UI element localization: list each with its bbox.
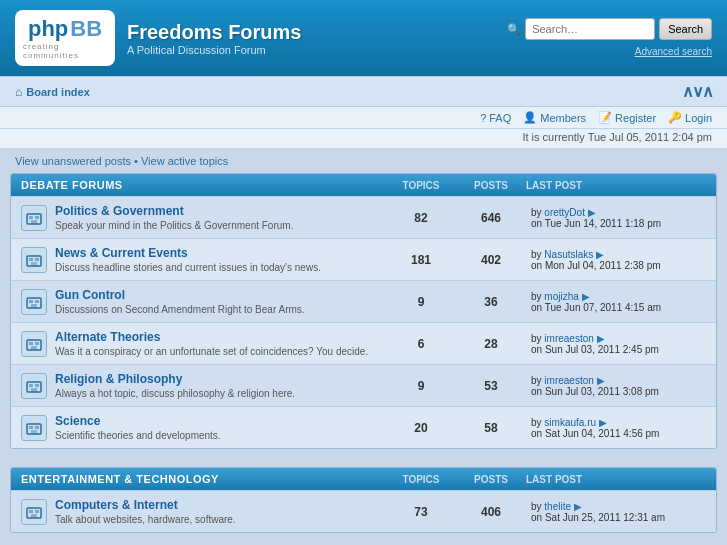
forum-icon bbox=[21, 373, 47, 399]
forum-icon-cell: Science Scientific theories and developm… bbox=[21, 414, 386, 441]
view-unanswered-link[interactable]: View unanswered posts bbox=[15, 155, 131, 167]
last-post-user[interactable]: imreaeston bbox=[544, 375, 593, 386]
last-post-user[interactable]: simkaufa.ru bbox=[544, 417, 596, 428]
topics-count: 181 bbox=[386, 253, 456, 267]
last-post-date: on Mon Jul 04, 2011 2:38 pm bbox=[531, 260, 661, 271]
login-link[interactable]: 🔑 Login bbox=[668, 111, 712, 124]
posts-col-header: POSTS bbox=[456, 180, 526, 191]
table-row: Politics & Government Speak your mind in… bbox=[11, 196, 716, 238]
svg-rect-9 bbox=[29, 300, 33, 303]
view-post-icon: ▶ bbox=[574, 501, 582, 512]
logo-bb-text: BB bbox=[70, 16, 102, 42]
members-label: Members bbox=[540, 112, 586, 124]
forum-icon bbox=[21, 289, 47, 315]
action-separator: • bbox=[134, 155, 141, 167]
last-post-user[interactable]: orettyDot bbox=[544, 207, 585, 218]
forum-name-link[interactable]: Religion & Philosophy bbox=[55, 372, 182, 386]
forum-desc: Speak your mind in the Politics & Govern… bbox=[55, 220, 386, 231]
posts-count: 28 bbox=[456, 337, 526, 351]
forum-info: Science Scientific theories and developm… bbox=[55, 414, 386, 441]
forum-info: Gun Control Discussions on Second Amendm… bbox=[55, 288, 386, 315]
entertainment-section-header: ENTERTAINMENT & TECHNOLOGY TOPICS POSTS … bbox=[11, 468, 716, 490]
site-header: php BB creating communities Freedoms For… bbox=[0, 0, 727, 76]
forum-name-link[interactable]: Politics & Government bbox=[55, 204, 184, 218]
forum-name-link[interactable]: Alternate Theories bbox=[55, 330, 160, 344]
advanced-search-link[interactable]: Advanced search bbox=[635, 46, 712, 57]
search-row: 🔍 Search bbox=[507, 18, 712, 40]
forum-icon bbox=[21, 247, 47, 273]
svg-rect-26 bbox=[35, 510, 39, 513]
search-input[interactable] bbox=[525, 18, 655, 40]
last-post-date: on Tue Jun 14, 2011 1:18 pm bbox=[531, 218, 661, 229]
svg-rect-7 bbox=[31, 262, 37, 266]
register-label: Register bbox=[615, 112, 656, 124]
debate-forums-section: DEBATE FORUMS TOPICS POSTS LAST POST Pol… bbox=[10, 173, 717, 449]
svg-rect-10 bbox=[35, 300, 39, 303]
nav-bar: ⌂ Board index ∧∨∧ bbox=[0, 76, 727, 107]
last-post-user[interactable]: Nasutslaks bbox=[544, 249, 593, 260]
topics-count: 6 bbox=[386, 337, 456, 351]
forum-desc: Always a hot topic, discuss philosophy &… bbox=[55, 388, 386, 399]
svg-rect-18 bbox=[35, 384, 39, 387]
forum-info: Alternate Theories Was it a conspiracy o… bbox=[55, 330, 386, 357]
board-index-link[interactable]: Board index bbox=[26, 86, 90, 98]
font-size-controls[interactable]: ∧∨∧ bbox=[682, 82, 712, 101]
search-button[interactable]: Search bbox=[659, 18, 712, 40]
logo-sub-text: creating communities bbox=[23, 42, 107, 60]
forum-name: Freedoms Forums bbox=[127, 21, 301, 44]
svg-rect-1 bbox=[29, 216, 33, 219]
svg-rect-14 bbox=[35, 342, 39, 345]
search-area: 🔍 Search Advanced search bbox=[507, 18, 712, 58]
table-row: Science Scientific theories and developm… bbox=[11, 406, 716, 448]
last-post-user[interactable]: imreaeston bbox=[544, 333, 593, 344]
svg-rect-23 bbox=[31, 430, 37, 434]
last-post-user[interactable]: thelite bbox=[544, 501, 571, 512]
svg-rect-2 bbox=[35, 216, 39, 219]
view-active-link[interactable]: View active topics bbox=[141, 155, 228, 167]
svg-rect-22 bbox=[35, 426, 39, 429]
forum-name-link[interactable]: Gun Control bbox=[55, 288, 125, 302]
topics-count: 82 bbox=[386, 211, 456, 225]
topics-col-header-2: TOPICS bbox=[386, 474, 456, 485]
view-post-icon: ▶ bbox=[582, 291, 590, 302]
last-post-date: on Sat Jun 04, 2011 4:56 pm bbox=[531, 428, 659, 439]
logo-php-text: php bbox=[28, 16, 68, 42]
register-link[interactable]: 📝 Register bbox=[598, 111, 656, 124]
members-link[interactable]: 👤 Members bbox=[523, 111, 586, 124]
posts-count: 406 bbox=[456, 505, 526, 519]
forum-name-link[interactable]: Science bbox=[55, 414, 100, 428]
forum-name-link[interactable]: Computers & Internet bbox=[55, 498, 178, 512]
posts-col-header-2: POSTS bbox=[456, 474, 526, 485]
last-post-user[interactable]: mojizha bbox=[544, 291, 578, 302]
faq-link[interactable]: ? FAQ bbox=[480, 112, 511, 124]
home-icon: ⌂ bbox=[15, 85, 22, 99]
topics-count: 9 bbox=[386, 379, 456, 393]
forum-name-link[interactable]: News & Current Events bbox=[55, 246, 188, 260]
forum-tagline: A Political Discussion Forum bbox=[127, 44, 301, 56]
last-post-info: by simkaufa.ru ▶ on Sat Jun 04, 2011 4:5… bbox=[526, 417, 706, 439]
svg-rect-13 bbox=[29, 342, 33, 345]
forum-desc: Discuss headline stories and current iss… bbox=[55, 262, 386, 273]
login-icon: 🔑 bbox=[668, 111, 682, 124]
forum-icon-cell: Politics & Government Speak your mind in… bbox=[21, 204, 386, 231]
posts-count: 58 bbox=[456, 421, 526, 435]
last-post-date: on Sun Jul 03, 2011 2:45 pm bbox=[531, 344, 659, 355]
search-icon: 🔍 bbox=[507, 23, 521, 36]
action-links: View unanswered posts • View active topi… bbox=[0, 149, 727, 173]
forum-icon bbox=[21, 205, 47, 231]
last-post-date: on Sat Jun 25, 2011 12:31 am bbox=[531, 512, 665, 523]
svg-rect-17 bbox=[29, 384, 33, 387]
view-post-icon: ▶ bbox=[597, 375, 605, 386]
svg-rect-6 bbox=[35, 258, 39, 261]
topics-count: 73 bbox=[386, 505, 456, 519]
last-post-date: on Sun Jul 03, 2011 3:08 pm bbox=[531, 386, 659, 397]
forum-icon-cell: Gun Control Discussions on Second Amendm… bbox=[21, 288, 386, 315]
forum-icon-cell: Computers & Internet Talk about websites… bbox=[21, 498, 386, 525]
register-icon: 📝 bbox=[598, 111, 612, 124]
table-row: Gun Control Discussions on Second Amendm… bbox=[11, 280, 716, 322]
topics-col-header: TOPICS bbox=[386, 180, 456, 191]
forum-info: Computers & Internet Talk about websites… bbox=[55, 498, 386, 525]
breadcrumb: ⌂ Board index bbox=[15, 85, 90, 99]
last-post-info: by Nasutslaks ▶ on Mon Jul 04, 2011 2:38… bbox=[526, 249, 706, 271]
forum-info: Religion & Philosophy Always a hot topic… bbox=[55, 372, 386, 399]
